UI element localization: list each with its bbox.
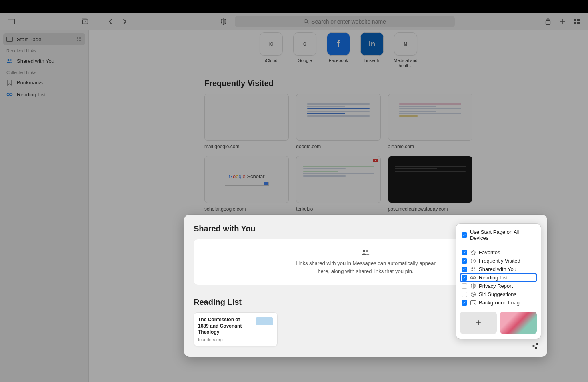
grid-icon[interactable]	[76, 36, 82, 42]
setting-label: Siri Suggestions	[479, 291, 516, 297]
freq-item[interactable]: Google Scholar scholar.google.com	[204, 156, 289, 212]
section-frequently-visited: Frequently Visited	[204, 79, 472, 88]
image-icon	[470, 300, 476, 306]
setting-label: Use Start Page on All Devices	[470, 229, 535, 241]
sidebar-item-label: Reading List	[17, 92, 46, 97]
favorite-label: Medical and healt…	[394, 58, 418, 68]
setting-label: Background Image	[479, 300, 522, 306]
background-thumb[interactable]	[500, 312, 537, 334]
start-page-settings-button[interactable]	[530, 341, 541, 351]
sidebar-item-reading-list[interactable]: Reading List	[3, 88, 85, 100]
freq-thumb	[204, 94, 289, 141]
freq-item[interactable]: airtable.com	[388, 94, 472, 149]
reading-list-item[interactable]: The Confession of 1689 and Covenant Theo…	[194, 312, 278, 346]
svg-point-17	[366, 250, 368, 252]
svg-point-12	[8, 59, 10, 61]
svg-point-31	[535, 347, 537, 349]
svg-point-15	[10, 93, 12, 96]
freq-label: google.com	[296, 144, 380, 149]
shield-icon[interactable]	[218, 16, 229, 27]
svg-point-19	[471, 267, 473, 269]
checkbox-checked-icon[interactable]: ✓	[462, 250, 467, 255]
add-background-button[interactable]: +	[460, 312, 497, 334]
checkbox-checked-icon[interactable]: ✓	[462, 275, 467, 281]
freq-label: airtable.com	[388, 144, 472, 149]
search-placeholder: Search or enter website name	[311, 18, 386, 25]
setting-label: Privacy Report	[479, 283, 513, 289]
setting-shared-with-you[interactable]: ✓ Shared with You	[460, 265, 537, 273]
sidebar: Start Page Received Links Shared with Yo…	[0, 30, 89, 382]
svg-point-16	[363, 250, 365, 252]
sidebar-item-start-page[interactable]: Start Page	[3, 33, 85, 45]
favorite-item[interactable]: GGoogle	[293, 32, 317, 68]
freq-item[interactable]: post.medicalnewstoday.com	[388, 156, 472, 212]
checkbox-checked-icon[interactable]: ✓	[462, 258, 467, 264]
setting-use-all-devices[interactable]: ✓ Use Start Page on All Devices	[460, 228, 537, 242]
favorite-label: iCloud	[265, 58, 277, 63]
shield-icon	[470, 283, 476, 289]
checkbox-checked-icon[interactable]: ✓	[462, 300, 467, 306]
share-button[interactable]	[542, 16, 554, 27]
favorite-tile: f	[327, 32, 350, 56]
setting-reading-list[interactable]: ✓ Reading List	[460, 273, 537, 282]
freq-item[interactable]: ● terkel.io	[296, 156, 380, 212]
favorite-label: LinkedIn	[364, 58, 380, 63]
freq-thumb: Google Scholar	[204, 156, 289, 203]
setting-privacy-report[interactable]: Privacy Report	[460, 282, 537, 290]
reading-list-title: The Confession of 1689 and Covenant Theo…	[198, 317, 252, 336]
svg-point-20	[474, 267, 475, 269]
favorite-item[interactable]: fFacebook	[326, 32, 350, 68]
glasses-icon	[470, 275, 476, 281]
svg-point-29	[536, 343, 538, 345]
star-icon	[470, 249, 476, 255]
freq-label: scholar.google.com	[204, 206, 289, 212]
favorites-row: iCiCloud GGoogle fFacebook inLinkedIn MM…	[204, 32, 472, 68]
setting-label: Favorites	[479, 249, 500, 255]
bookmark-icon	[6, 79, 13, 86]
setting-label: Reading List	[479, 275, 508, 281]
setting-favorites[interactable]: ✓ Favorites	[460, 248, 537, 257]
favorite-label: Facebook	[329, 58, 348, 63]
browser-window: Search or enter website name Start Page …	[0, 13, 588, 382]
svg-rect-0	[8, 19, 15, 24]
checkbox-unchecked-icon[interactable]	[462, 292, 467, 297]
favorite-item[interactable]: inLinkedIn	[360, 32, 384, 68]
people-icon	[470, 266, 476, 272]
setting-frequently-visited[interactable]: ✓ Frequently Visited	[460, 257, 537, 265]
tab-overview-button[interactable]	[571, 16, 582, 27]
setting-label: Frequently Visited	[479, 258, 520, 264]
setting-siri-suggestions[interactable]: Siri Suggestions	[460, 290, 537, 298]
sidebar-item-shared-with-you[interactable]: Shared with You	[3, 55, 85, 67]
toolbar: Search or enter website name	[0, 13, 588, 30]
tab-group-button[interactable]	[79, 16, 90, 27]
sidebar-section-received: Received Links	[3, 45, 85, 55]
freq-thumb: ●	[296, 156, 380, 203]
freq-item[interactable]: mail.google.com	[204, 94, 289, 149]
svg-point-5	[304, 19, 308, 22]
favorite-tile: iC	[260, 32, 283, 56]
sidebar-toggle[interactable]	[6, 16, 17, 27]
start-page-icon	[6, 36, 13, 42]
svg-rect-24	[470, 300, 476, 305]
favorite-item[interactable]: MMedical and healt…	[394, 32, 418, 68]
freq-thumb	[388, 94, 472, 141]
favorite-tile: in	[360, 32, 384, 56]
sidebar-item-bookmarks[interactable]: Bookmarks	[3, 76, 85, 88]
favorite-item[interactable]: iCiCloud	[259, 32, 283, 68]
checkbox-checked-icon[interactable]: ✓	[462, 232, 467, 238]
new-tab-button[interactable]	[557, 16, 568, 27]
svg-point-25	[472, 301, 473, 302]
checkbox-unchecked-icon[interactable]	[462, 283, 467, 289]
back-button[interactable]	[105, 16, 116, 27]
search-field[interactable]: Search or enter website name	[235, 16, 455, 27]
setting-background-image[interactable]: ✓ Background Image	[460, 298, 537, 307]
siri-icon	[470, 291, 476, 297]
glasses-icon	[6, 91, 13, 97]
forward-button[interactable]	[119, 16, 130, 27]
freq-item[interactable]: google.com	[296, 94, 380, 149]
svg-point-22	[473, 277, 476, 279]
checkbox-checked-icon[interactable]: ✓	[462, 267, 467, 272]
favorite-label: Google	[298, 58, 312, 63]
freq-thumb	[388, 156, 472, 203]
background-thumbnails: +	[460, 312, 537, 334]
